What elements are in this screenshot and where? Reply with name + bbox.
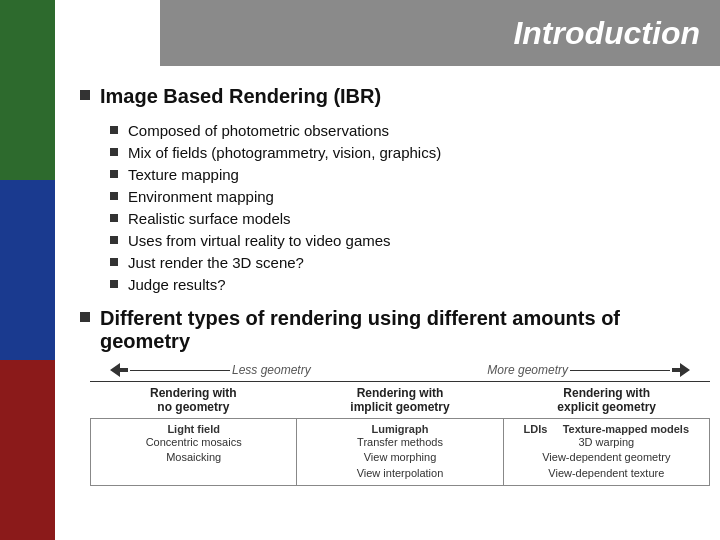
sub-bullet-icon-7	[110, 280, 118, 288]
sub-bullet-1: Mix of fields (photogrammetry, vision, g…	[110, 144, 695, 161]
diag-col0-item0: Light field	[167, 423, 220, 435]
green-bar	[0, 0, 55, 180]
svg-marker-0	[110, 363, 128, 377]
bullet-icon-2	[80, 312, 90, 322]
svg-marker-1	[672, 363, 690, 377]
diagram-col-0: Light field Concentric mosaics Mosaickin…	[91, 419, 297, 485]
red-bar	[0, 360, 55, 540]
diagram-col-1: Lumigraph Transfer methods View morphing…	[297, 419, 503, 485]
sub-bullet-icon-1	[110, 148, 118, 156]
sub-bullet-2: Texture mapping	[110, 166, 695, 183]
arrow-left: Less geometry	[110, 363, 315, 377]
diag-col1-item3: View interpolation	[357, 466, 444, 481]
diag-col1-item0: Lumigraph	[372, 423, 429, 435]
col-header-2: Rendering withexplicit geometry	[503, 386, 710, 414]
main-bullet-2-text: Different types of rendering using diffe…	[100, 307, 695, 353]
diag-col0-item2: Mosaicking	[166, 450, 221, 465]
sub-bullet-4: Realistic surface models	[110, 210, 695, 227]
sub-bullet-text-6: Just render the 3D scene?	[128, 254, 304, 271]
less-geometry-label: Less geometry	[232, 363, 311, 377]
sub-bullet-text-0: Composed of photometric observations	[128, 122, 389, 139]
diag-col2-item2: View-dependent geometry	[542, 450, 670, 465]
col-header-0: Rendering withno geometry	[90, 386, 297, 414]
header-title: Introduction	[513, 15, 700, 52]
diag-col2-item1: 3D warping	[579, 435, 635, 450]
sub-bullet-text-4: Realistic surface models	[128, 210, 291, 227]
sub-bullet-text-7: Judge results?	[128, 276, 226, 293]
main-bullet-1-text: Image Based Rendering (IBR)	[100, 85, 381, 108]
sub-bullet-text-5: Uses from virtual reality to video games	[128, 232, 391, 249]
arrow-right: More geometry	[483, 363, 690, 377]
sub-bullet-icon-6	[110, 258, 118, 266]
diagram-arrow-row: Less geometry More geometry	[90, 363, 710, 377]
diagram-col-2: LDIs Texture-mapped models 3D warping Vi…	[504, 419, 709, 485]
sub-bullet-0: Composed of photometric observations	[110, 122, 695, 139]
sub-bullet-6: Just render the 3D scene?	[110, 254, 695, 271]
left-bars	[0, 0, 55, 540]
left-arrow-icon	[110, 363, 128, 377]
diag-col2-item0: LDIs Texture-mapped models	[524, 423, 689, 435]
sub-bullet-3: Environment mapping	[110, 188, 695, 205]
sub-bullet-icon-3	[110, 192, 118, 200]
right-arrow-icon	[672, 363, 690, 377]
diag-col1-item2: View morphing	[364, 450, 437, 465]
sub-bullet-text-2: Texture mapping	[128, 166, 239, 183]
blue-bar	[0, 180, 55, 360]
main-bullet-1: Image Based Rendering (IBR)	[80, 85, 695, 108]
diagram-box: Light field Concentric mosaics Mosaickin…	[90, 418, 710, 486]
diagram-headers: Rendering withno geometry Rendering with…	[90, 381, 710, 414]
diag-col1-item1: Transfer methods	[357, 435, 443, 450]
sub-bullets-list: Composed of photometric observationsMix …	[110, 122, 695, 293]
more-geometry-label: More geometry	[487, 363, 568, 377]
diag-col2-item3: View-dependent texture	[548, 466, 664, 481]
sub-bullet-icon-0	[110, 126, 118, 134]
sub-bullet-icon-5	[110, 236, 118, 244]
arrow-line: Less geometry More geometry	[110, 363, 690, 377]
diagram: Less geometry More geometry Rendering wi…	[90, 363, 710, 486]
sub-bullet-icon-2	[110, 170, 118, 178]
bullet-icon-1	[80, 90, 90, 100]
sub-bullet-5: Uses from virtual reality to video games	[110, 232, 695, 249]
diag-col0-item1: Concentric mosaics	[146, 435, 242, 450]
main-content: Image Based Rendering (IBR) Composed of …	[65, 75, 710, 496]
sub-bullet-text-3: Environment mapping	[128, 188, 274, 205]
main-bullet-2: Different types of rendering using diffe…	[80, 307, 695, 353]
header: Introduction	[160, 0, 720, 66]
sub-bullet-text-1: Mix of fields (photogrammetry, vision, g…	[128, 144, 441, 161]
sub-bullet-icon-4	[110, 214, 118, 222]
sub-bullet-7: Judge results?	[110, 276, 695, 293]
col-header-1: Rendering withimplicit geometry	[297, 386, 504, 414]
